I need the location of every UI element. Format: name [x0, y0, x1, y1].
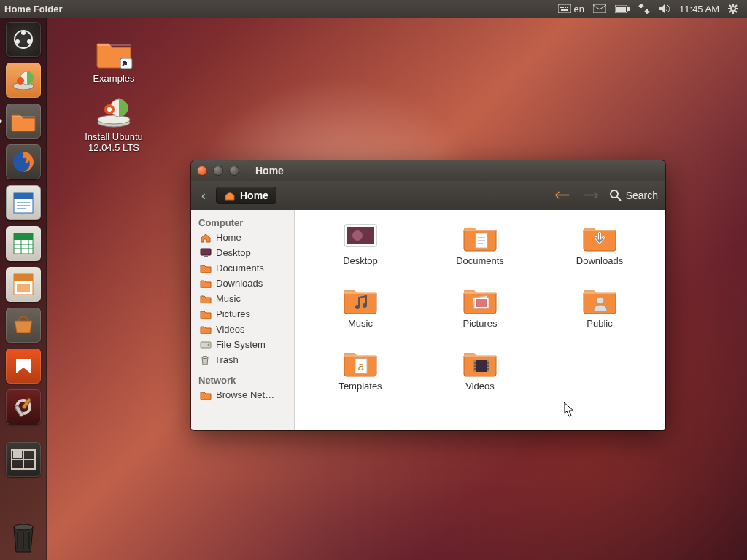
session-indicator[interactable] — [724, 4, 743, 14]
network-updown-icon — [638, 4, 650, 14]
svg-rect-5 — [561, 9, 568, 11]
file-item-videos[interactable]: Videos — [429, 346, 531, 408]
file-manager-window: Home ‹ Home 🡐 🡒 Search Computer HomeDesk… — [191, 160, 665, 430]
launcher-firefox[interactable] — [4, 143, 42, 181]
sidebar-item-label: File System — [216, 339, 266, 350]
clock-label: 11:45 AM — [679, 4, 719, 15]
file-item-desktop[interactable]: Desktop — [309, 220, 411, 283]
mail-icon — [593, 4, 606, 13]
file-item-label: Pictures — [429, 318, 531, 329]
svg-point-44 — [14, 524, 33, 530]
svg-rect-0 — [558, 4, 571, 13]
window-minimize-button[interactable] — [213, 166, 223, 176]
folder-doc-icon — [461, 220, 499, 252]
gear-icon — [728, 4, 738, 14]
window-maximize-button[interactable] — [229, 166, 239, 176]
sidebar-item-desktop[interactable]: Desktop — [191, 245, 294, 260]
svg-point-70 — [597, 297, 604, 304]
desktop-icon-label: Examples — [70, 73, 158, 84]
svg-point-25 — [17, 77, 24, 85]
file-item-label: Downloads — [549, 255, 651, 266]
sidebar-item-downloads[interactable]: Downloads — [191, 276, 294, 291]
sound-indicator[interactable] — [654, 4, 675, 14]
file-item-public[interactable]: Public — [549, 283, 651, 346]
sidebar-item-music[interactable]: Music — [191, 291, 294, 306]
file-item-documents[interactable]: Documents — [429, 220, 531, 283]
svg-rect-1 — [560, 7, 562, 8]
keyboard-lang-label: en — [574, 4, 584, 15]
svg-text:a: a — [358, 360, 365, 373]
file-item-pictures[interactable]: Pictures — [429, 283, 531, 346]
desktop-icon-label: Install Ubuntu 12.04.5 LTS — [70, 131, 158, 153]
launcher-writer[interactable] — [4, 184, 42, 222]
file-item-label: Music — [309, 318, 411, 329]
nav-forward-button[interactable]: 🡒 — [581, 186, 603, 205]
sidebar-item-trash[interactable]: Trash — [191, 352, 294, 368]
window-title: Home — [255, 165, 284, 176]
messages-indicator[interactable] — [589, 4, 611, 13]
path-back-small[interactable]: ‹ — [198, 188, 209, 203]
svg-rect-35 — [14, 274, 33, 281]
sidebar-header-computer: Computer — [191, 214, 294, 230]
launcher-workspace-switcher[interactable] — [4, 440, 42, 478]
active-app-title: Home Folder — [4, 4, 62, 15]
nav-back-button[interactable]: 🡐 — [551, 186, 573, 205]
launcher-ubuntu-one[interactable] — [4, 347, 42, 385]
sidebar-item-label: Music — [216, 293, 241, 304]
launcher-calc[interactable] — [4, 225, 42, 262]
launcher-disk-utility[interactable] — [4, 61, 42, 99]
sidebar-item-filesystem[interactable]: File System — [191, 337, 294, 352]
svg-point-10 — [731, 7, 735, 11]
clock[interactable]: 11:45 AM — [675, 4, 724, 15]
svg-line-52 — [617, 197, 621, 201]
window-titlebar[interactable]: Home — [191, 160, 665, 181]
svg-point-57 — [202, 357, 208, 359]
network-indicator[interactable] — [634, 4, 654, 14]
file-item-music[interactable]: Music — [309, 283, 411, 346]
launcher-files[interactable] — [4, 102, 42, 140]
folder-music-icon — [341, 283, 379, 315]
svg-point-66 — [363, 303, 367, 308]
battery-icon — [615, 5, 630, 13]
window-close-button[interactable] — [197, 166, 207, 176]
desktop-icon-examples[interactable]: Examples — [70, 35, 158, 84]
top-panel: Home Folder en 11:45 AM — [0, 0, 747, 18]
svg-line-16 — [735, 11, 737, 12]
sidebar-item-browse-network[interactable]: Browse Net… — [191, 387, 294, 402]
sidebar-item-home[interactable]: Home — [191, 230, 294, 245]
sidebar-item-label: Browse Net… — [216, 389, 274, 400]
folder-link-icon — [94, 35, 133, 70]
svg-line-15 — [729, 5, 731, 7]
sidebar-header-network: Network — [191, 372, 294, 387]
svg-rect-2 — [562, 7, 564, 8]
launcher-settings[interactable] — [4, 388, 42, 426]
svg-point-51 — [611, 190, 618, 198]
svg-line-17 — [735, 5, 737, 7]
svg-rect-69 — [476, 299, 487, 307]
launcher-trash[interactable] — [4, 518, 42, 556]
keyboard-indicator[interactable]: en — [554, 4, 589, 15]
file-manager-iconview[interactable]: DesktopDocumentsDownloadsMusicPicturesPu… — [295, 210, 665, 430]
battery-indicator[interactable] — [611, 5, 634, 13]
file-item-label: Documents — [429, 255, 531, 266]
path-segment-home[interactable]: Home — [216, 187, 276, 204]
sidebar-item-pictures[interactable]: Pictures — [191, 306, 294, 322]
search-icon — [610, 190, 622, 201]
launcher-software-center[interactable] — [4, 306, 42, 344]
sidebar-item-label: Videos — [216, 324, 245, 335]
svg-rect-43 — [13, 451, 22, 458]
svg-rect-54 — [204, 256, 208, 257]
file-item-downloads[interactable]: Downloads — [549, 220, 651, 283]
search-button[interactable]: Search — [610, 190, 658, 201]
svg-point-60 — [352, 230, 363, 241]
svg-point-56 — [208, 344, 210, 346]
file-item-templates[interactable]: aTemplates — [309, 346, 411, 408]
file-manager-toolbar: ‹ Home 🡐 🡒 Search — [191, 181, 665, 210]
sidebar-item-documents[interactable]: Documents — [191, 260, 294, 276]
home-icon — [224, 190, 236, 201]
launcher-dash[interactable] — [4, 20, 42, 58]
launcher-impress[interactable] — [4, 265, 42, 303]
sidebar-item-videos[interactable]: Videos — [191, 322, 294, 337]
svg-point-50 — [107, 107, 112, 112]
desktop-icon-installer[interactable]: Install Ubuntu 12.04.5 LTS — [70, 93, 158, 153]
